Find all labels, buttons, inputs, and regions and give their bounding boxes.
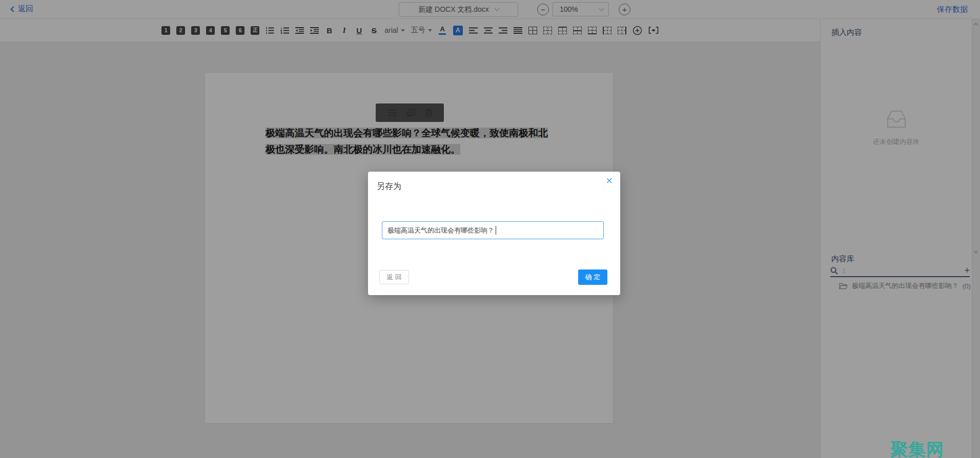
save-as-dialog: 另存为 × 极端高温天气的出现会有哪些影响？ 返 回 确 定 [368,172,620,295]
filename-input[interactable]: 极端高温天气的出现会有哪些影响？ [382,221,604,239]
dialog-title: 另存为 [377,181,401,192]
filename-value: 极端高温天气的出现会有哪些影响？ [387,226,494,235]
site-watermark: 聚集网 [890,438,944,458]
dialog-back-button[interactable]: 返 回 [379,270,409,284]
text-caret [496,226,496,235]
dialog-confirm-button[interactable]: 确 定 [578,269,607,285]
dialog-close-button[interactable]: × [606,175,612,186]
dialog-confirm-label: 确 定 [585,273,601,282]
dialog-back-label: 返 回 [386,273,402,282]
